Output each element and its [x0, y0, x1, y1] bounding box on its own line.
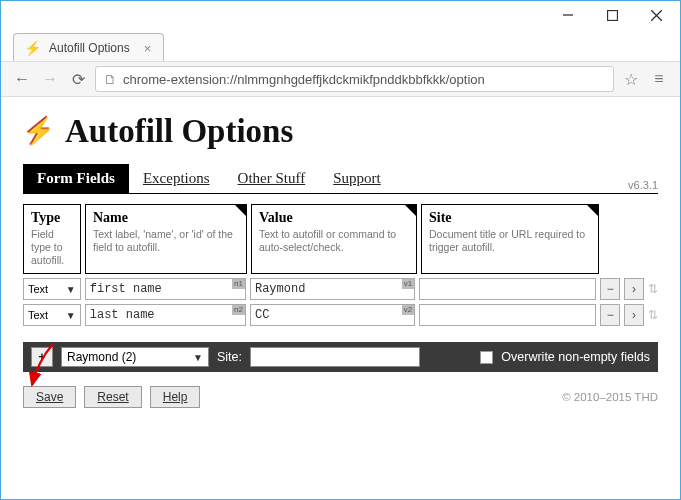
page-title: Autofill Options — [65, 113, 293, 150]
reload-button[interactable]: ⟳ — [67, 70, 89, 89]
tab-other-stuff[interactable]: Other Stuff — [224, 164, 320, 193]
chevron-down-icon: ▼ — [66, 310, 76, 321]
help-corner-icon[interactable] — [235, 205, 246, 216]
window-titlebar — [1, 1, 680, 29]
reset-button[interactable]: Reset — [84, 386, 141, 408]
page-tabs: Form Fields Exceptions Other Stuff Suppo… — [23, 164, 658, 194]
chevron-down-icon: ▼ — [66, 284, 76, 295]
add-rule-button[interactable]: + — [31, 347, 53, 367]
footer: Save Reset Help © 2010–2015 THD — [1, 372, 680, 408]
copyright: © 2010–2015 THD — [562, 391, 658, 403]
site-label: Site: — [217, 350, 242, 364]
drag-handle-icon[interactable]: ⇅ — [648, 304, 658, 326]
field-badge: n1 — [232, 279, 245, 289]
remove-row-button[interactable]: − — [600, 304, 620, 326]
menu-icon[interactable]: ≡ — [648, 70, 670, 88]
overwrite-label: Overwrite non-empty fields — [501, 350, 650, 364]
remove-row-button[interactable]: − — [600, 278, 620, 300]
window-close-button[interactable] — [634, 4, 678, 26]
browser-toolbar: ← → ⟳ 🗋 chrome-extension://nlmmgnhgdeffj… — [1, 61, 680, 97]
window-minimize-button[interactable] — [546, 4, 590, 26]
lightning-icon: ⚡ — [23, 116, 55, 147]
table-row: Text▼ last name n2 CC v2 − › ⇅ — [23, 304, 658, 326]
field-badge: v1 — [402, 279, 414, 289]
forward-button[interactable]: → — [39, 70, 61, 88]
address-bar[interactable]: 🗋 chrome-extension://nlmmgnhgdeffjkdckmi… — [95, 66, 614, 92]
type-select[interactable]: Text▼ — [23, 278, 81, 300]
profile-select[interactable]: Raymond (2) ▼ — [61, 347, 209, 367]
save-button[interactable]: Save — [23, 386, 76, 408]
field-badge: v2 — [402, 305, 414, 315]
page-icon: 🗋 — [104, 72, 117, 87]
back-button[interactable]: ← — [11, 70, 33, 88]
site-input[interactable] — [419, 304, 596, 326]
help-button[interactable]: Help — [150, 386, 201, 408]
help-corner-icon[interactable] — [587, 205, 598, 216]
name-input[interactable]: last name n2 — [85, 304, 246, 326]
col-header-site: Site Document title or URL required to t… — [421, 204, 599, 274]
type-select[interactable]: Text▼ — [23, 304, 81, 326]
browser-tabstrip: ⚡ Autofill Options × — [1, 29, 680, 61]
svg-rect-1 — [607, 10, 617, 20]
profile-bar: + Raymond (2) ▼ Site: Overwrite non-empt… — [23, 342, 658, 372]
browser-tab[interactable]: ⚡ Autofill Options × — [13, 33, 164, 61]
col-header-value: Value Text to autofill or command to aut… — [251, 204, 417, 274]
value-input[interactable]: CC v2 — [250, 304, 415, 326]
tab-title: Autofill Options — [49, 41, 130, 55]
name-input[interactable]: first name n1 — [85, 278, 246, 300]
field-badge: n2 — [232, 305, 245, 315]
move-row-button[interactable]: › — [624, 278, 644, 300]
tab-support[interactable]: Support — [319, 164, 395, 193]
window-maximize-button[interactable] — [590, 4, 634, 26]
col-header-name: Name Text label, 'name', or 'id' of the … — [85, 204, 247, 274]
move-row-button[interactable]: › — [624, 304, 644, 326]
page-content: ⚡ Autofill Options Form Fields Exception… — [1, 97, 680, 372]
chevron-down-icon: ▼ — [193, 352, 203, 363]
tab-exceptions[interactable]: Exceptions — [129, 164, 224, 193]
drag-handle-icon[interactable]: ⇅ — [648, 278, 658, 300]
lightning-icon: ⚡ — [24, 40, 41, 56]
help-corner-icon[interactable] — [405, 205, 416, 216]
bookmark-star-icon[interactable]: ☆ — [620, 70, 642, 89]
value-input[interactable]: Raymond v1 — [250, 278, 415, 300]
overwrite-checkbox[interactable] — [480, 351, 493, 364]
table-row: Text▼ first name n1 Raymond v1 − › ⇅ — [23, 278, 658, 300]
url-text: chrome-extension://nlmmgnhgdeffjkdckmikf… — [123, 72, 485, 87]
profile-site-input[interactable] — [250, 347, 420, 367]
close-icon[interactable]: × — [144, 41, 152, 56]
site-input[interactable] — [419, 278, 596, 300]
col-header-type: Type Field type to autofill. — [23, 204, 81, 274]
version-label: v6.3.1 — [628, 179, 658, 193]
column-headers: Type Field type to autofill. Name Text l… — [23, 204, 658, 274]
tab-form-fields[interactable]: Form Fields — [23, 164, 129, 193]
